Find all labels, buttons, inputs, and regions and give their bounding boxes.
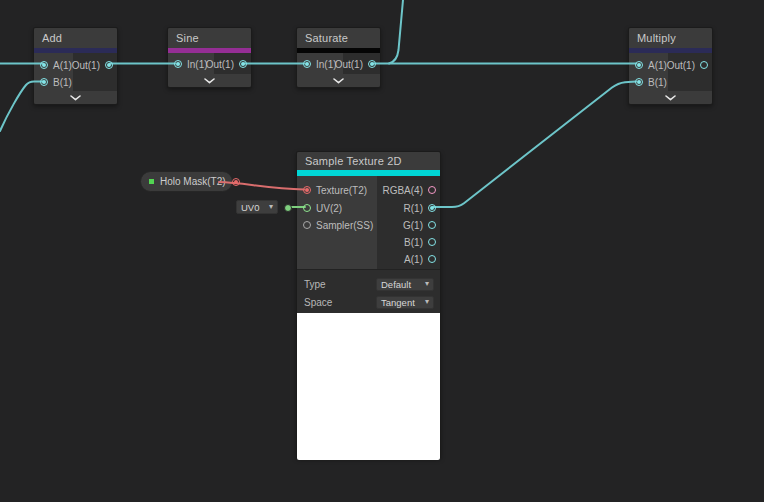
port-sample-output-g[interactable] [428, 221, 436, 229]
port-label: In(1) [187, 59, 208, 70]
port-holo-mask-output[interactable] [232, 178, 240, 186]
port-label: A(1) [53, 60, 72, 71]
node-saturate[interactable]: Saturate In(1) Out(1) [296, 27, 381, 88]
dropdown-arrow-icon: ▾ [269, 203, 273, 211]
port-sine-output[interactable] [239, 60, 247, 68]
port-add-output[interactable] [105, 61, 113, 69]
type-label: Type [304, 279, 326, 290]
port-add-input-b[interactable] [40, 78, 48, 86]
space-dropdown-value: Tangent [381, 297, 415, 308]
property-node-holo-mask[interactable]: Holo Mask(T2) [140, 171, 233, 192]
port-label: B(1) [53, 77, 72, 88]
port-multiply-input-a[interactable] [635, 61, 643, 69]
port-label: Out(1) [667, 60, 695, 71]
uv-stub-port[interactable] [284, 204, 292, 212]
node-multiply-title: Multiply [629, 28, 712, 48]
property-label: Holo Mask(T2) [160, 176, 226, 187]
type-dropdown-value: Default [381, 279, 411, 290]
port-saturate-output[interactable] [368, 60, 376, 68]
chevron-down-icon [333, 78, 344, 84]
port-sample-input-uv[interactable] [303, 204, 311, 212]
node-sine-collapse-button[interactable] [168, 74, 251, 87]
dropdown-arrow-icon: ▾ [425, 298, 429, 306]
node-multiply[interactable]: Multiply A(1) B(1) Out(1) [628, 27, 713, 105]
node-sample-texture-2d-title: Sample Texture 2D [297, 152, 440, 170]
port-sample-input-sampler[interactable] [303, 221, 311, 229]
port-label: RGBA(4) [382, 185, 423, 196]
space-dropdown[interactable]: Tangent ▾ [376, 296, 434, 309]
node-sample-texture-2d-controls: Type Default ▾ Space Tangent ▾ [297, 269, 440, 313]
chevron-down-icon [204, 78, 215, 84]
node-saturate-title: Saturate [297, 28, 380, 48]
port-sample-output-b[interactable] [428, 238, 436, 246]
chevron-down-icon [665, 95, 676, 101]
port-label: Out(1) [335, 59, 363, 70]
node-add[interactable]: Add A(1) B(1) Out(1) [33, 27, 118, 105]
node-sine-title: Sine [168, 28, 251, 48]
port-label: B(1) [648, 77, 667, 88]
port-sample-output-r[interactable] [428, 204, 436, 212]
port-label: Texture(T2) [316, 185, 367, 196]
port-label: G(1) [403, 220, 423, 231]
port-label: In(1) [316, 59, 337, 70]
port-label: Out(1) [72, 60, 100, 71]
node-preview [297, 313, 440, 460]
port-sample-input-texture[interactable] [303, 186, 311, 194]
port-label: R(1) [404, 203, 423, 214]
wire-sample-r-to-multiply-b[interactable] [433, 82, 636, 208]
port-label: Sampler(SS) [316, 220, 373, 231]
property-dot-icon [149, 179, 154, 184]
port-label: Out(1) [206, 59, 234, 70]
port-saturate-input[interactable] [303, 60, 311, 68]
port-label: A(1) [648, 60, 667, 71]
node-add-title: Add [34, 28, 117, 48]
uv-channel-value: UV0 [241, 202, 259, 213]
node-saturate-collapse-button[interactable] [297, 74, 380, 87]
port-multiply-input-b[interactable] [635, 78, 643, 86]
port-add-input-a[interactable] [40, 61, 48, 69]
port-label: UV(2) [316, 203, 342, 214]
wire-saturate-branch-up[interactable] [389, 0, 403, 64]
space-label: Space [304, 297, 332, 308]
type-dropdown[interactable]: Default ▾ [376, 278, 434, 291]
node-multiply-collapse-button[interactable] [629, 91, 712, 104]
node-add-collapse-button[interactable] [34, 91, 117, 104]
uv-channel-dropdown[interactable]: UV0 ▾ [236, 200, 278, 214]
port-multiply-output[interactable] [700, 61, 708, 69]
chevron-down-icon [70, 95, 81, 101]
port-sample-output-a[interactable] [428, 255, 436, 263]
shader-graph-canvas[interactable]: Add A(1) B(1) Out(1) Sine [0, 0, 764, 502]
port-label: A(1) [404, 254, 423, 265]
node-sample-texture-2d[interactable]: Sample Texture 2D Texture(T2) UV(2) Samp… [296, 151, 441, 458]
dropdown-arrow-icon: ▾ [425, 280, 429, 288]
port-sample-output-rgba[interactable] [428, 186, 436, 194]
port-sine-input[interactable] [174, 60, 182, 68]
node-sine[interactable]: Sine In(1) Out(1) [167, 27, 252, 88]
port-label: B(1) [404, 237, 423, 248]
